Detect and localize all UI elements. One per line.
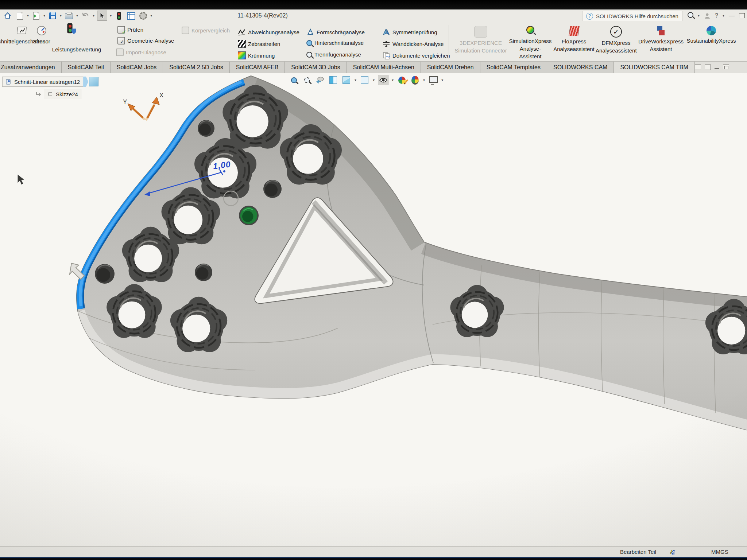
undo-caret[interactable]: ▾ xyxy=(93,14,94,18)
view-orientation-button[interactable] xyxy=(341,75,351,85)
axis-y-label: Y xyxy=(123,98,127,106)
part-3d-view[interactable] xyxy=(0,73,747,546)
select-caret[interactable]: ▾ xyxy=(110,14,112,18)
new-document-caret[interactable]: ▾ xyxy=(27,14,29,18)
window-minimize-icon[interactable] xyxy=(715,68,719,69)
settings-button[interactable] xyxy=(138,11,148,20)
apply-scene-button[interactable] xyxy=(410,75,420,85)
print-button[interactable] xyxy=(64,11,74,20)
window-restore-icon[interactable] xyxy=(723,65,729,70)
driveworksxpress-button[interactable]: DriveWorksXpress Assistent xyxy=(638,26,684,53)
new-document-icon xyxy=(17,12,23,20)
breadcrumb-arrow xyxy=(83,77,88,87)
open-button[interactable] xyxy=(31,11,41,20)
view-settings-button[interactable] xyxy=(428,75,438,85)
zebra-stripes-button[interactable]: Zebrastreifen xyxy=(238,40,280,48)
tab-solidcam-multi-achsen[interactable]: SolidCAM Multi-Achsen xyxy=(347,62,421,73)
parting-line-analysis-label: Trennfugenanalyse xyxy=(314,51,361,58)
search-button[interactable] xyxy=(688,12,693,19)
undo-button[interactable] xyxy=(81,11,90,20)
select-button[interactable] xyxy=(97,11,107,21)
green-hole[interactable] xyxy=(239,206,259,225)
tab-solidcam-3d-jobs[interactable]: SolidCAM 3D Jobs xyxy=(285,62,347,73)
axis-x-label: X xyxy=(159,92,163,99)
undercut-analysis-button[interactable]: Hinterschnittanalyse xyxy=(306,40,364,46)
display-style-button[interactable] xyxy=(360,75,369,85)
selected-face-swatch[interactable] xyxy=(89,77,98,86)
home-button[interactable] xyxy=(3,11,12,20)
hide-show-caret[interactable]: ▾ xyxy=(392,78,394,82)
part-body[interactable] xyxy=(77,76,747,430)
print-caret[interactable]: ▾ xyxy=(76,14,78,18)
feature-breadcrumb[interactable]: Schnitt-Linear austragen12 xyxy=(2,77,98,87)
settings-gear-icon xyxy=(139,12,147,20)
check-button[interactable]: ✓ Prüfen xyxy=(117,26,143,34)
sustainabilityxpress-button[interactable]: SustainabilityXpress xyxy=(686,26,737,44)
sensor-label: Sensor xyxy=(30,38,53,44)
dfmxpress-button[interactable]: ✓ DFMXpress Analyseassistent xyxy=(596,26,636,54)
sensor-icon xyxy=(36,25,47,36)
pane-right-icon[interactable] xyxy=(705,65,711,70)
deviation-analysis-button[interactable]: Abweichungsanalyse xyxy=(238,28,299,36)
simulationxpress-button[interactable]: SimulationXpress Analyse-Assistent xyxy=(509,26,552,60)
feature-chip[interactable]: Schnitt-Linear austragen12 xyxy=(2,77,83,87)
help-menu-button[interactable]: ? xyxy=(715,12,718,19)
parting-line-analysis-button[interactable]: Trennfugenanalyse xyxy=(306,51,361,58)
apply-scene-caret[interactable]: ▾ xyxy=(423,78,425,82)
shield-icon xyxy=(71,28,76,34)
save-caret[interactable]: ▾ xyxy=(60,14,62,18)
zoom-fit-button[interactable] xyxy=(289,75,299,85)
view-settings-caret[interactable]: ▾ xyxy=(441,78,443,82)
tab-solidcam-afeb[interactable]: SolidCAM AFEB xyxy=(230,62,285,73)
feature-chip-label: Schnitt-Linear austragen12 xyxy=(14,79,80,85)
previous-view-button[interactable] xyxy=(315,75,325,85)
section-properties-button[interactable] xyxy=(17,25,28,36)
performance-button[interactable] xyxy=(114,11,124,20)
hide-show-items-button[interactable] xyxy=(378,75,388,85)
search-caret[interactable]: ▾ xyxy=(698,14,700,18)
new-document-button[interactable] xyxy=(15,11,24,20)
geometry-analysis-button[interactable]: ✓ Geometrie-Analyse xyxy=(117,37,174,44)
curvature-button[interactable]: Krümmung xyxy=(238,51,275,59)
sketch-breadcrumb[interactable]: Skizze24 xyxy=(35,89,81,99)
3dexperience-icon xyxy=(474,26,487,38)
graphics-viewport[interactable]: Schnitt-Linear austragen12 Skizze24 ▾ ▾ … xyxy=(0,73,747,546)
wall-thickness-analysis-button[interactable]: Wanddicken-Analyse xyxy=(382,40,444,48)
sustainabilityxpress-icon xyxy=(707,26,716,35)
pane-left-icon[interactable] xyxy=(695,65,701,70)
section-view-button[interactable] xyxy=(328,75,338,85)
sensor-button[interactable] xyxy=(36,25,47,36)
restore-button[interactable] xyxy=(739,13,745,18)
floxpress-label-2: Analyseassistent xyxy=(553,45,595,53)
tab-solidcam-teil[interactable]: SolidCAM Teil xyxy=(62,62,111,73)
tab-solidcam-drehen[interactable]: SolidCAM Drehen xyxy=(421,62,480,73)
performance-evaluation-button[interactable] xyxy=(68,24,72,32)
sketch-chip[interactable]: Skizze24 xyxy=(44,89,81,99)
tab-solidcam-jobs[interactable]: SolidCAM Jobs xyxy=(111,62,163,73)
edit-appearance-button[interactable] xyxy=(397,75,407,85)
settings-caret[interactable]: ▾ xyxy=(150,14,152,18)
compare-documents-button[interactable]: =? Dokumente vergleichen xyxy=(382,51,450,59)
tab-solidworks-cam[interactable]: SOLIDWORKS CAM xyxy=(547,62,614,73)
help-menu-caret[interactable]: ▾ xyxy=(723,14,724,18)
floxpress-button[interactable]: FloXpress Analyseassistent xyxy=(553,26,595,53)
user-icon[interactable] xyxy=(704,12,711,19)
command-manager-tabs: Zusatzanwendungen SolidCAM Teil SolidCAM… xyxy=(0,62,747,73)
view-orientation-caret[interactable]: ▾ xyxy=(355,78,356,82)
display-style-caret[interactable]: ▾ xyxy=(373,78,375,82)
symmetry-check-button[interactable]: Symmetrieprüfung xyxy=(382,28,437,36)
section-properties-icon xyxy=(17,25,28,36)
tab-solidcam-25d-jobs[interactable]: SolidCAM 2.5D Jobs xyxy=(163,62,230,73)
check-label: Prüfen xyxy=(127,27,143,33)
minimize-button[interactable]: — xyxy=(729,12,735,19)
select-cursor-icon xyxy=(99,12,105,19)
tab-solidcam-templates[interactable]: SolidCAM Templates xyxy=(480,62,547,73)
tab-solidworks-cam-tbm[interactable]: SOLIDWORKS CAM TBM xyxy=(614,62,694,73)
help-search[interactable]: ? SOLIDWORKS Hilfe durchsuchen xyxy=(582,11,682,21)
draft-analysis-button[interactable]: Formschräganalyse xyxy=(306,28,365,36)
tab-zusatzanwendungen[interactable]: Zusatzanwendungen xyxy=(0,62,62,73)
options-table-button[interactable] xyxy=(126,11,136,20)
zoom-area-button[interactable] xyxy=(302,75,312,85)
save-button[interactable] xyxy=(48,11,57,20)
open-caret[interactable]: ▾ xyxy=(43,14,45,18)
